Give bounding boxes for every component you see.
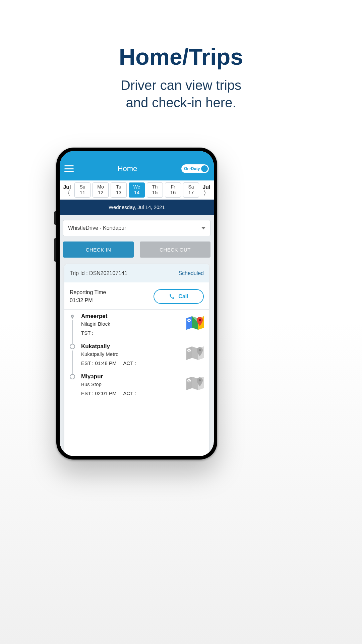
marketing-subtitle: Driver can view trips and check-in here. [0, 76, 362, 111]
svg-point-19 [199, 379, 201, 381]
day-cell-th[interactable]: Th 15 [147, 182, 163, 198]
trip-card: Trip Id : DSN202107141 Scheduled Reporti… [64, 264, 209, 456]
svg-point-13 [199, 349, 201, 351]
stop-sub: Kukatpally Metro [81, 351, 204, 357]
stop-name: Miyapur [81, 373, 204, 380]
stop-meta-1: EST : 02:01 PM [81, 390, 117, 396]
day-cell-we[interactable]: We 14 [129, 182, 145, 198]
day-cell-tu[interactable]: Tu 13 [111, 182, 127, 198]
maps-icon[interactable]: G [186, 375, 204, 391]
chevron-right-icon: 〉 [203, 190, 210, 196]
app-header: Home On-Duty [60, 151, 214, 180]
selected-date-banner: Wednesday, Jul 14, 2021 [60, 200, 214, 215]
svg-marker-1 [186, 316, 192, 330]
trip-status: Scheduled [178, 270, 204, 276]
prev-week-nav[interactable]: Jul 〈 [61, 184, 73, 196]
stop-item: Kukatpally Kukatpally Metro EST : 01:48 … [70, 343, 204, 373]
svg-text:G: G [188, 349, 190, 352]
location-select[interactable]: WhistleDrive - Kondapur [63, 220, 210, 236]
stop-name: Ameerpet [81, 313, 204, 320]
stop-meta-1: EST : 01:48 PM [81, 360, 117, 366]
svg-text:G: G [188, 379, 190, 382]
day-cell-mo[interactable]: Mo 12 [93, 182, 109, 198]
marketing-title: Home/Trips [0, 44, 362, 70]
phone-icon [169, 293, 175, 300]
chevron-down-icon [201, 227, 205, 229]
phone-frame: Home On-Duty Jul 〈 Su 11 Mo 12 [56, 148, 217, 460]
phone-screen: Home On-Duty Jul 〈 Su 11 Mo 12 [60, 151, 214, 456]
svg-marker-9 [186, 346, 192, 360]
stop-item: Ameerpet Nilagiri Block TST : [70, 313, 204, 343]
toggle-knob [201, 165, 208, 172]
day-picker: Jul 〈 Su 11 Mo 12 Tu 13 We 14 [60, 180, 214, 200]
stop-sub: Bus Stop [81, 381, 204, 387]
duty-label: On-Duty [184, 166, 200, 171]
stop-circle-icon [70, 344, 75, 349]
stop-item: Miyapur Bus Stop EST : 02:01 PM ACT : G [70, 373, 204, 396]
svg-point-7 [199, 319, 201, 321]
day-cell-fr[interactable]: Fr 16 [165, 182, 181, 198]
call-button[interactable]: Call [154, 289, 204, 304]
day-cell-su[interactable]: Su 11 [74, 182, 90, 198]
location-select-value: WhistleDrive - Kondapur [68, 225, 126, 231]
next-week-nav[interactable]: Jul 〉 [200, 184, 213, 196]
checkout-button[interactable]: CHECK OUT [140, 241, 210, 258]
stop-name: Kukatpally [81, 343, 204, 350]
duty-toggle[interactable]: On-Duty [181, 164, 209, 173]
checkin-button[interactable]: CHECK IN [63, 241, 134, 258]
trip-id: Trip Id : DSN202107141 [70, 270, 127, 276]
location-pin-icon [70, 314, 75, 319]
subtitle-line-2: and check-in here. [126, 95, 236, 110]
maps-icon[interactable]: G [186, 345, 204, 361]
day-cell-sa[interactable]: Sa 17 [183, 182, 199, 198]
stop-meta-2: ACT : [123, 390, 136, 396]
stops-list: Ameerpet Nilagiri Block TST : [64, 309, 209, 396]
menu-icon[interactable] [64, 165, 74, 172]
svg-text:G: G [188, 319, 190, 322]
stop-meta-2: ACT : [123, 360, 136, 366]
svg-marker-15 [186, 377, 192, 390]
maps-icon[interactable]: G [186, 315, 204, 331]
stop-meta-1: TST : [81, 330, 93, 336]
stop-sub: Nilagiri Block [81, 321, 204, 327]
reporting-time: Reporting Time 01:32 PM [70, 288, 106, 305]
subtitle-line-1: Driver can view trips [121, 78, 241, 93]
chevron-left-icon: 〈 [63, 190, 71, 196]
stop-circle-icon [70, 374, 75, 379]
call-label: Call [178, 293, 188, 300]
header-title: Home [118, 164, 137, 173]
day-cells: Su 11 Mo 12 Tu 13 We 14 Th 15 [74, 182, 199, 198]
